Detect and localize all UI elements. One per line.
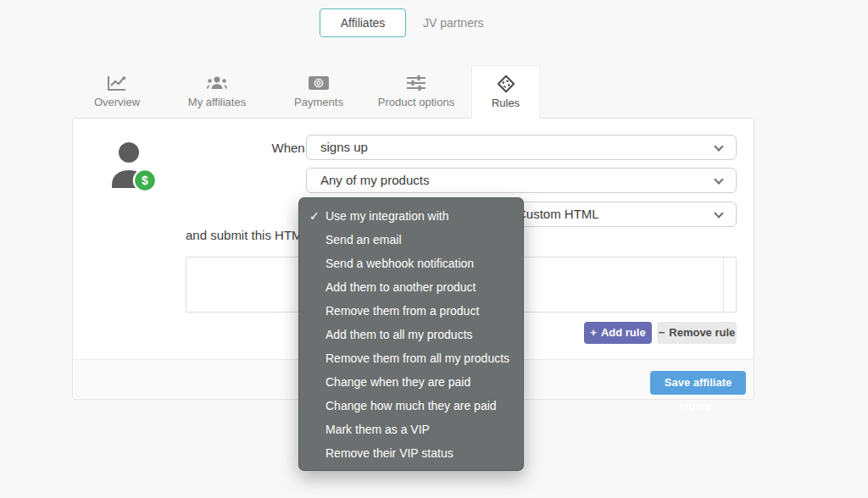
menu-item-label: Send a webhook notification [326,257,474,270]
menu-item[interactable]: Remove them from a product [299,299,523,323]
menu-item[interactable]: Mark them as a VIP [299,418,523,441]
menu-item-label: Change how much they are paid [326,399,497,412]
tab-payments[interactable]: 0 Payments [278,65,359,118]
menu-item-label: Add them to another product [326,280,476,294]
users-icon [206,75,228,91]
sliders-icon [406,75,426,91]
affiliate-event-select[interactable]: signs up [306,135,737,160]
money-bill-icon: 0 [308,75,330,91]
tab-label: Payments [294,96,343,108]
save-affiliate-rules-button[interactable]: Save affiliate rules [650,371,746,395]
menu-item[interactable]: Send a webhook notification [299,252,523,275]
menu-item[interactable]: Add them to all my products [299,323,523,346]
chevron-down-icon [714,208,723,218]
integration-value: Custom HTML [517,207,599,221]
checkmark-icon: ✓ [309,204,320,228]
rule-action-dropdown-menu: ✓ Use my integration with Send an email … [298,197,524,471]
add-rule-button[interactable]: +Add rule [584,322,652,344]
target-icon [497,75,515,92]
chevron-down-icon [714,141,723,151]
tab-label: Overview [94,96,140,108]
affiliate-event-value: signs up [320,140,368,154]
menu-item[interactable]: Send an email [299,228,523,252]
remove-rule-label: Remove rule [669,326,735,339]
menu-item-label: Send an email [326,233,402,246]
minus-icon: − [659,326,665,339]
line-chart-icon [107,75,127,91]
tab-label: My affiliates [188,96,246,108]
tab-label: Product options [378,96,454,108]
menu-item[interactable]: Change how much they are paid [299,394,523,418]
tab-product-options[interactable]: Product options [363,65,470,118]
menu-item-label: Add them to all my products [326,328,473,341]
menu-item-label: Remove their VIP status [326,446,453,460]
tab-label: Rules [492,97,520,109]
menu-item-label: Use my integration with [326,209,449,223]
product-scope-select[interactable]: Any of my products [306,168,737,193]
add-rule-label: Add rule [601,326,646,339]
menu-item-label: Change when they are paid [326,375,470,389]
tab-my-affiliates[interactable]: My affiliates [168,65,266,118]
integration-select[interactable]: Custom HTML [508,202,737,227]
menu-item-label: Mark them as a VIP [326,423,430,436]
menu-item[interactable]: Change when they are paid [299,370,523,394]
menu-item-label: Remove them from all my products [326,351,509,365]
toggle-affiliates-button[interactable]: Affiliates [320,8,406,37]
toggle-jv-partners-button[interactable]: JV partners [423,8,484,37]
product-scope-value: Any of my products [320,173,429,187]
menu-item[interactable]: Remove their VIP status [299,441,523,465]
menu-item[interactable]: ✓ Use my integration with [299,204,523,228]
menu-item[interactable]: Remove them from all my products [299,346,523,370]
affiliate-rules-screen: Affiliates JV partners Overview My affil… [0,0,868,498]
chevron-down-icon [714,174,723,184]
payments-zero-glyph: 0 [316,78,320,87]
menu-item-label: Remove them from a product [326,304,479,318]
tab-overview[interactable]: Overview [78,65,156,118]
plus-icon: + [590,326,597,339]
textarea-scrollbar-track [723,257,724,312]
submit-html-label: and submit this HTML [186,228,309,243]
remove-rule-button[interactable]: −Remove rule [657,322,737,344]
tab-rules[interactable]: Rules [471,65,540,119]
menu-item[interactable]: Add them to another product [299,275,523,299]
